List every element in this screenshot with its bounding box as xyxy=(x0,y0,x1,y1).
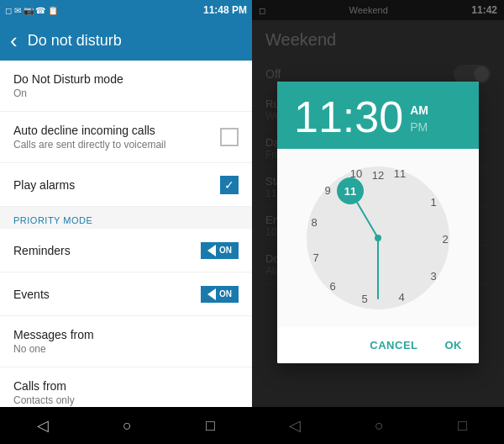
nav-home-left[interactable]: ○ xyxy=(123,417,132,435)
time-picker-overlay: 11:30 AM PM 12 1 2 3 xyxy=(252,0,504,444)
dnd-mode-text: Do Not Disturb mode On xyxy=(13,72,123,99)
cancel-button[interactable]: CANCEL xyxy=(363,334,424,357)
time-picker-dialog: 11:30 AM PM 12 1 2 3 xyxy=(277,82,479,363)
checkmark-icon: ✓ xyxy=(224,178,234,192)
svg-text:6: 6 xyxy=(329,280,335,293)
play-alarms-title: Play alarms xyxy=(13,178,75,192)
auto-decline-subtitle: Calls are sent directly to voicemail xyxy=(13,139,165,151)
play-alarms-text: Play alarms xyxy=(13,178,75,192)
settings-item-calls[interactable]: Calls from Contacts only xyxy=(0,367,252,407)
settings-item-events[interactable]: Events ON xyxy=(0,272,252,316)
status-icons-left: ◻ ✉ 📷 ☎ 📋 xyxy=(5,6,58,15)
left-panel: ◻ ✉ 📷 ☎ 📋 11:48 PM ‹ Do not disturb Do N… xyxy=(0,0,252,444)
calls-subtitle: Contacts only xyxy=(13,394,75,406)
status-bar-left: ◻ ✉ 📷 ☎ 📋 11:48 PM xyxy=(0,0,252,20)
svg-text:12: 12 xyxy=(372,169,384,182)
svg-text:11: 11 xyxy=(394,167,406,180)
toolbar-left: ‹ Do not disturb xyxy=(0,20,252,61)
am-option[interactable]: AM xyxy=(410,103,428,117)
nav-bar-left: ◁ ○ □ xyxy=(0,407,252,444)
ok-button[interactable]: OK xyxy=(438,334,470,357)
svg-text:8: 8 xyxy=(311,216,317,229)
back-button[interactable]: ‹ xyxy=(10,28,18,54)
ampm-container: AM PM xyxy=(410,103,428,139)
nav-recent-left[interactable]: □ xyxy=(206,417,215,435)
svg-point-17 xyxy=(375,235,381,241)
pm-option[interactable]: PM xyxy=(410,120,428,134)
settings-item-dnd-mode[interactable]: Do Not Disturb mode On xyxy=(0,61,252,112)
dnd-mode-subtitle: On xyxy=(13,87,123,99)
svg-text:2: 2 xyxy=(442,233,448,246)
svg-text:4: 4 xyxy=(398,291,404,304)
clock-face[interactable]: 12 1 2 3 4 5 6 7 8 9 10 11 xyxy=(302,162,454,314)
reminders-title: Reminders xyxy=(13,244,71,257)
settings-list: Do Not Disturb mode On Auto decline inco… xyxy=(0,61,252,407)
notification-icons: ◻ ✉ 📷 ☎ 📋 xyxy=(5,6,58,15)
messages-subtitle: No one xyxy=(13,343,94,355)
toolbar-title: Do not disturb xyxy=(28,32,122,50)
clock-face-container: 12 1 2 3 4 5 6 7 8 9 10 11 xyxy=(277,149,479,327)
right-panel: ◻ Weekend 11:42 Weekend Off Rule n... We… xyxy=(252,0,504,444)
calls-title: Calls from xyxy=(13,379,75,393)
svg-text:9: 9 xyxy=(324,184,330,197)
messages-text: Messages from No one xyxy=(13,328,94,355)
time-picker-header: 11:30 AM PM xyxy=(277,82,479,149)
auto-decline-checkbox[interactable] xyxy=(220,128,239,146)
events-toggle[interactable]: ON xyxy=(201,286,239,303)
settings-item-auto-decline[interactable]: Auto decline incoming calls Calls are se… xyxy=(0,112,252,163)
dnd-mode-title: Do Not Disturb mode xyxy=(13,72,123,86)
clock-svg: 12 1 2 3 4 5 6 7 8 9 10 11 xyxy=(302,162,454,314)
auto-decline-title: Auto decline incoming calls xyxy=(13,124,165,137)
messages-title: Messages from xyxy=(13,328,94,341)
status-time-left: 11:48 PM xyxy=(203,4,247,16)
svg-text:11: 11 xyxy=(344,185,356,198)
time-display[interactable]: 11:30 xyxy=(294,95,403,139)
dialog-actions: CANCEL OK xyxy=(277,327,479,363)
priority-mode-header: PRIORITY MODE xyxy=(0,207,252,229)
auto-decline-text: Auto decline incoming calls Calls are se… xyxy=(13,124,165,151)
reminders-toggle[interactable]: ON xyxy=(201,242,239,259)
svg-text:1: 1 xyxy=(430,196,436,209)
events-text: Events xyxy=(13,288,50,301)
settings-item-reminders[interactable]: Reminders ON xyxy=(0,229,252,272)
nav-back-left[interactable]: ◁ xyxy=(37,416,49,435)
svg-text:5: 5 xyxy=(361,293,367,305)
calls-text: Calls from Contacts only xyxy=(13,379,75,406)
svg-text:7: 7 xyxy=(312,251,318,264)
play-alarms-checkbox[interactable]: ✓ xyxy=(220,176,239,194)
settings-item-play-alarms[interactable]: Play alarms ✓ xyxy=(0,163,252,207)
reminders-text: Reminders xyxy=(13,244,71,257)
svg-text:3: 3 xyxy=(430,270,436,283)
settings-item-messages[interactable]: Messages from No one xyxy=(0,316,252,367)
events-title: Events xyxy=(13,288,50,301)
